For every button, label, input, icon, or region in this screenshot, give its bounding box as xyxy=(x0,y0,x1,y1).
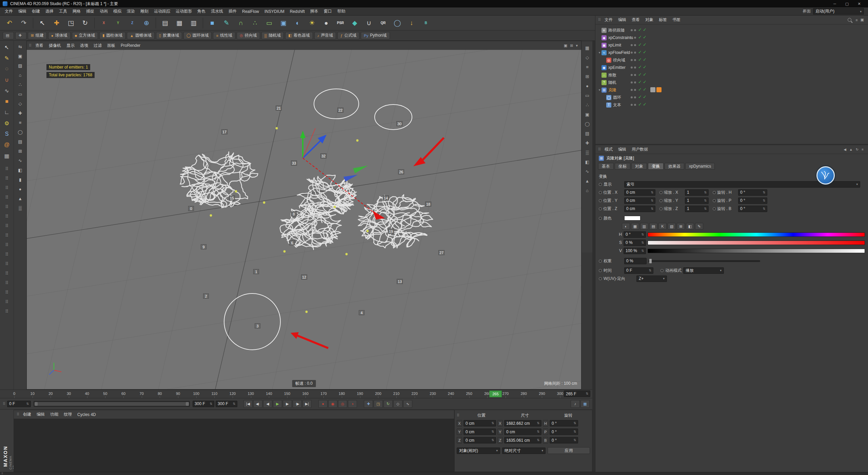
workplane-lock-button[interactable]: ⊞ xyxy=(16,147,25,155)
model-mode-button[interactable]: ▣ xyxy=(16,52,25,60)
side-tool-button[interactable]: ◇ xyxy=(583,53,592,62)
render-visibility-dot[interactable] xyxy=(634,59,636,61)
om-item-cloner[interactable]: ▾ ⊞ 克隆 ✓ ✓ xyxy=(597,86,867,94)
coordinate-mode-select[interactable]: 对象(相对)▾ xyxy=(457,448,500,454)
current-frame-marker[interactable]: 265 xyxy=(489,391,501,397)
anim-dot[interactable] xyxy=(599,191,602,194)
color-screen-button[interactable]: ◧ xyxy=(686,223,694,230)
gear-tool-button[interactable]: ⚙ xyxy=(1,118,12,128)
side-tool-button[interactable]: ∴ xyxy=(583,100,592,109)
formula-field-button[interactable]: ƒ 公式域 xyxy=(337,32,359,39)
object-tag-icon[interactable] xyxy=(656,72,662,77)
drag-handle-icon[interactable]: ⠿ xyxy=(29,43,32,48)
redo-button[interactable]: ↷ xyxy=(17,17,31,30)
tweak-mode-button[interactable]: ✚ xyxy=(16,109,25,117)
editor-visibility-dot[interactable] xyxy=(631,81,633,83)
record-options-button[interactable]: ◑ xyxy=(348,400,357,408)
shader-field-button[interactable]: ◧ 着色器域 xyxy=(285,32,313,39)
array-slot-button[interactable]: ⠿ xyxy=(2,174,12,183)
array-slot-button[interactable]: ⠿ xyxy=(2,193,12,202)
rotation-field[interactable]: 0 °⇅ xyxy=(550,437,578,443)
psr-button[interactable]: PSR xyxy=(334,17,347,30)
autokeying-button[interactable]: ◉ xyxy=(328,400,337,408)
radial-field-button[interactable]: ◎ 径向域 xyxy=(237,32,260,39)
render-settings-button[interactable]: ▥ xyxy=(187,17,200,30)
menu-item[interactable]: 插件 xyxy=(226,7,239,15)
dock-left-icon[interactable]: ◀ xyxy=(844,148,846,151)
object-manager-menu-item[interactable]: 文件 xyxy=(602,16,615,24)
anim-dot[interactable] xyxy=(599,199,602,202)
position-field[interactable]: 0 cm⇅ xyxy=(624,189,655,196)
side-tool-button[interactable]: ⊞ xyxy=(583,72,592,81)
enable-check-icon[interactable]: ✓ xyxy=(638,72,642,77)
linear-field-button[interactable]: ≡ 线性域 xyxy=(213,32,235,39)
enable-check-icon[interactable]: ✓ xyxy=(638,64,642,70)
viewport-menu-item[interactable]: ProRender xyxy=(118,42,143,49)
object-tag-icon[interactable] xyxy=(650,95,655,100)
object-manager-menu-item[interactable]: 对象 xyxy=(643,16,656,24)
gradient-bar[interactable] xyxy=(648,241,865,245)
cone-field-button[interactable]: ▲ 圆锥体域 xyxy=(127,32,155,39)
object-tag-icon[interactable] xyxy=(656,50,662,55)
enable-check-icon[interactable]: ✓ xyxy=(643,87,647,92)
scale-field[interactable]: 1⇅ xyxy=(685,206,709,212)
render-visibility-dot[interactable] xyxy=(634,29,636,31)
color-rgb-button[interactable]: ▥ xyxy=(640,223,648,230)
next-key-button[interactable]: ·▶ xyxy=(293,400,302,408)
viewport-split-icon[interactable]: ⊞ xyxy=(570,43,573,48)
enable-check-icon[interactable]: ✓ xyxy=(638,87,642,92)
object-tag-icon[interactable] xyxy=(656,95,662,100)
object-tag-icon[interactable] xyxy=(650,80,655,85)
menu-item[interactable]: 网格 xyxy=(70,7,83,15)
enable-check-icon[interactable]: ✓ xyxy=(643,35,647,40)
size-field[interactable]: 1635.061 cm⇅ xyxy=(504,437,541,443)
side-tool-button[interactable]: ◯ xyxy=(583,119,592,128)
editor-visibility-dot[interactable] xyxy=(631,59,633,61)
color-swatch-button[interactable]: ⊞ xyxy=(677,223,685,230)
layout-select[interactable]: 启动(用户)▾ xyxy=(813,8,864,15)
menu-item[interactable]: 脚本 xyxy=(308,7,321,15)
object-tag-icon[interactable] xyxy=(650,57,655,62)
side-tool-button[interactable]: ▭ xyxy=(583,91,592,100)
enable-check-icon[interactable]: ✓ xyxy=(638,79,642,84)
lock-icon[interactable]: ▣ xyxy=(861,18,864,22)
select-arrow-tool-button[interactable]: ↖ xyxy=(1,42,12,52)
end-frame-field[interactable]: 300 F⇅ xyxy=(216,401,237,407)
menu-item[interactable]: 运动图形 xyxy=(173,7,195,15)
viewport-menu-item[interactable]: 过滤 xyxy=(91,42,104,50)
render-view-button[interactable]: ▤ xyxy=(158,17,172,30)
object-tag-icon[interactable] xyxy=(650,65,655,70)
texture-mode-button[interactable]: ▨ xyxy=(16,61,25,70)
render-picture-viewer-button[interactable]: ▦ xyxy=(173,17,186,30)
attribute-menu-item[interactable]: 用户数据 xyxy=(629,146,651,153)
menu-item[interactable]: 模拟 xyxy=(111,7,124,15)
menu-item[interactable]: INSYDIUM xyxy=(262,8,287,15)
om-item-xpemitter[interactable]: ◉ xpEmitter ✓ ✓ xyxy=(597,64,867,71)
goto-start-button[interactable]: |◀ xyxy=(243,400,253,408)
side-tool-button[interactable]: ⌂ xyxy=(583,186,592,195)
record-scale-toggle[interactable]: ◳ xyxy=(374,400,383,408)
render-visibility-dot[interactable] xyxy=(634,37,636,39)
enable-check-icon[interactable]: ✓ xyxy=(638,42,642,47)
rotate-button[interactable]: ↻ xyxy=(78,17,92,30)
anim-dot[interactable] xyxy=(713,207,716,210)
nitro4d-plugin-badge[interactable] xyxy=(816,166,835,185)
drag-handle-icon[interactable]: ⠿ xyxy=(598,147,601,152)
capsule-field-button[interactable]: ▯ 胶囊体域 xyxy=(156,32,182,39)
om-item-push-apart[interactable]: ∴ 推散 ✓ ✓ xyxy=(597,71,867,79)
eyedropper-icon[interactable]: ✎ xyxy=(695,223,703,230)
color-hsv-button[interactable]: ▤ xyxy=(649,223,657,230)
magnet-button[interactable]: ∪ xyxy=(362,17,376,30)
wuv-select[interactable]: Z+▾ xyxy=(636,276,667,282)
coordinate-system-button[interactable]: ⊕ xyxy=(140,17,153,30)
array-slot-button[interactable]: ⠿ xyxy=(2,269,12,278)
object-tag-icon[interactable] xyxy=(656,65,662,70)
fields-new-button[interactable]: ✚ xyxy=(15,32,26,39)
next-frame-button[interactable]: ▶ xyxy=(283,400,292,408)
editor-visibility-dot[interactable] xyxy=(631,96,633,98)
cylinder-field-button[interactable]: ▮ 圆柱体域 xyxy=(99,32,125,39)
viewport-menu-item[interactable]: 选项 xyxy=(77,42,91,50)
object-manager-menu-item[interactable]: 书签 xyxy=(670,16,683,24)
render-visibility-dot[interactable] xyxy=(634,74,636,76)
array-slot-button[interactable]: ⠿ xyxy=(2,212,12,221)
